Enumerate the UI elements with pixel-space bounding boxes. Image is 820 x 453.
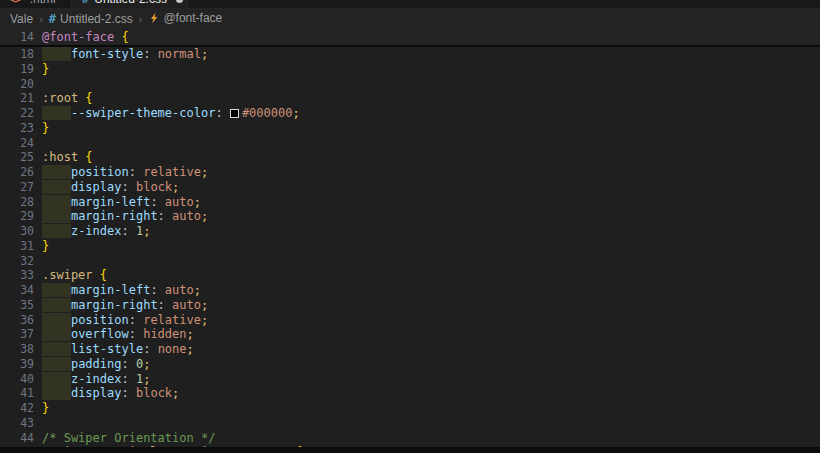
code-token: ; <box>143 372 150 386</box>
line-number[interactable]: 38 <box>0 342 34 357</box>
code-line-24[interactable]: 24 <box>0 136 820 151</box>
code-token: : <box>121 386 128 400</box>
line-number[interactable]: 24 <box>0 136 34 151</box>
line-number[interactable]: 40 <box>0 372 34 387</box>
line-number[interactable]: 33 <box>0 268 34 283</box>
line-number[interactable]: 34 <box>0 283 34 298</box>
code-line-41[interactable]: 41 display: block; <box>0 386 820 401</box>
code-token: margin-right <box>71 209 158 223</box>
code-token <box>93 268 100 282</box>
line-number[interactable]: 20 <box>0 77 34 92</box>
code-token: : <box>129 313 136 327</box>
line-number[interactable]: 42 <box>0 401 34 416</box>
line-number[interactable]: 18 <box>0 47 34 62</box>
code-line-33[interactable]: 33.swiper { <box>0 268 820 283</box>
line-number[interactable]: 14 <box>0 29 34 45</box>
code-line-19[interactable]: 19} <box>0 62 820 77</box>
css-file-icon: # <box>82 0 89 6</box>
code-token: } <box>42 239 49 253</box>
sticky-scroll-line[interactable]: 14@font-face { <box>0 29 820 45</box>
line-number[interactable]: 21 <box>0 91 34 106</box>
line-number[interactable]: 37 <box>0 327 34 342</box>
line-number[interactable]: 43 <box>0 416 34 431</box>
line-number[interactable]: 29 <box>0 209 34 224</box>
line-number[interactable]: 19 <box>0 62 34 77</box>
line-number[interactable]: 23 <box>0 121 34 136</box>
code-line-20[interactable]: 20 <box>0 77 820 92</box>
line-number[interactable]: 27 <box>0 180 34 195</box>
code-token: block <box>136 180 172 194</box>
code-line-43[interactable]: 43 <box>0 416 820 431</box>
breadcrumb-symbol[interactable]: @font-face <box>147 11 223 27</box>
code-token: font-style <box>71 47 143 61</box>
code-line-18[interactable]: 18 font-style: normal; <box>0 47 820 62</box>
horizontal-scrollbar-track[interactable] <box>0 447 820 453</box>
code-line-26[interactable]: 26 position: relative; <box>0 165 820 180</box>
code-token: { <box>121 30 128 44</box>
editor[interactable]: 18 font-style: normal;19}2021:root {22 -… <box>0 47 820 447</box>
code-token: ; <box>187 342 194 356</box>
line-number[interactable]: 31 <box>0 239 34 254</box>
line-number[interactable]: 35 <box>0 298 34 313</box>
tab-bar: <> *.html # Untitled-2.css <box>0 0 820 9</box>
line-number[interactable]: 32 <box>0 254 34 269</box>
tab-untitled-2-css[interactable]: # Untitled-2.css <box>72 0 188 9</box>
line-number[interactable]: 41 <box>0 386 34 401</box>
code-line-23[interactable]: 23} <box>0 121 820 136</box>
code-token: : <box>215 106 222 120</box>
code-line-36[interactable]: 36 position: relative; <box>0 313 820 328</box>
line-content: } <box>42 62 49 77</box>
line-content: /* Swiper Orientation */ <box>42 431 215 446</box>
code-line-38[interactable]: 38 list-style: none; <box>0 342 820 357</box>
code-token: } <box>42 121 49 135</box>
code-line-34[interactable]: 34 margin-left: auto; <box>0 283 820 298</box>
code-token: margin-right <box>71 298 158 312</box>
line-number[interactable]: 25 <box>0 150 34 165</box>
code-token: ; <box>194 195 201 209</box>
code-line-21[interactable]: 21:root { <box>0 91 820 106</box>
breadcrumb: Vale › #Untitled-2.css › @font-face <box>0 9 820 29</box>
code-line-27[interactable]: 27 display: block; <box>0 180 820 195</box>
code-token <box>165 209 172 223</box>
code-token: display <box>71 386 122 400</box>
code-line-31[interactable]: 31} <box>0 239 820 254</box>
symbol-event-icon <box>148 12 160 27</box>
code-token: : <box>129 327 136 341</box>
line-content: position: relative; <box>42 313 208 328</box>
modified-dot-icon[interactable] <box>176 0 183 3</box>
line-number[interactable]: 30 <box>0 224 34 239</box>
line-number[interactable]: 22 <box>0 106 34 121</box>
code-token: margin-left <box>71 283 150 297</box>
code-line-39[interactable]: 39 padding: 0; <box>0 357 820 372</box>
code-token: { <box>85 91 92 105</box>
code-token: : <box>158 298 165 312</box>
tab-html[interactable]: <> *.html <box>0 0 72 9</box>
code-token: ; <box>143 357 150 371</box>
code-token: padding <box>71 357 122 371</box>
code-line-30[interactable]: 30 z-index: 1; <box>0 224 820 239</box>
code-line-44[interactable]: 44/* Swiper Orientation */ <box>0 431 820 446</box>
breadcrumb-folder[interactable]: Vale <box>9 12 34 26</box>
code-line-28[interactable]: 28 margin-left: auto; <box>0 195 820 210</box>
code-line-32[interactable]: 32 <box>0 254 820 269</box>
code-token: : <box>150 195 157 209</box>
indent-highlight <box>42 357 71 371</box>
line-content: z-index: 1; <box>42 372 150 387</box>
line-number[interactable]: 28 <box>0 195 34 210</box>
line-number[interactable]: 36 <box>0 313 34 328</box>
code-line-35[interactable]: 35 margin-right: auto; <box>0 298 820 313</box>
code-line-29[interactable]: 29 margin-right: auto; <box>0 209 820 224</box>
line-number[interactable]: 26 <box>0 165 34 180</box>
code-line-40[interactable]: 40 z-index: 1; <box>0 372 820 387</box>
code-token: :host <box>42 150 78 164</box>
code-line-42[interactable]: 42} <box>0 401 820 416</box>
color-swatch[interactable] <box>230 109 239 118</box>
code-line-25[interactable]: 25:host { <box>0 150 820 165</box>
code-token: ; <box>187 327 194 341</box>
code-line-37[interactable]: 37 overflow: hidden; <box>0 327 820 342</box>
line-number[interactable]: 44 <box>0 431 34 446</box>
code-token: ; <box>143 224 150 238</box>
line-number[interactable]: 39 <box>0 357 34 372</box>
breadcrumb-file[interactable]: #Untitled-2.css <box>48 12 134 26</box>
code-line-22[interactable]: 22 --swiper-theme-color: #000000; <box>0 106 820 121</box>
